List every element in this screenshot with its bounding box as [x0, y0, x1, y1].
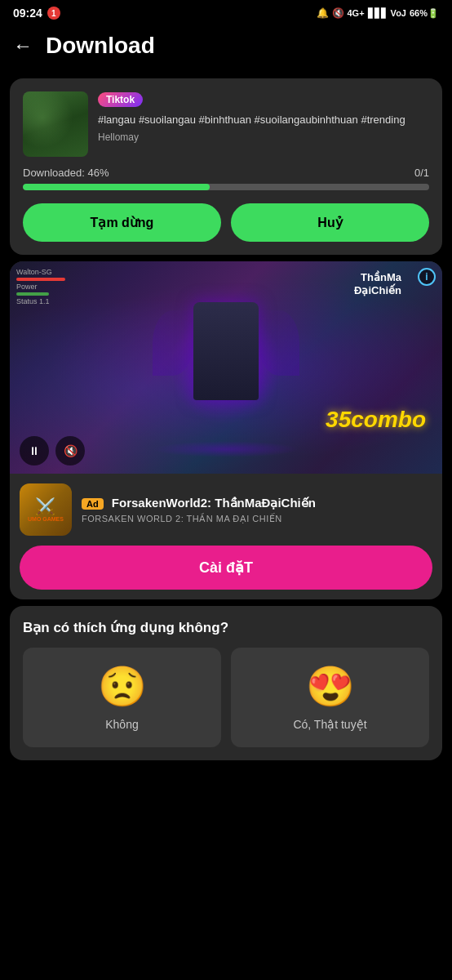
feedback-title: Bạn có thích ứng dụng không?: [23, 619, 429, 636]
status-left: 09:24 1: [13, 7, 60, 20]
game-title: Ad ForsakenWorld2: ThầnMaĐạiChiến: [82, 496, 316, 510]
ad-label: Ad: [82, 498, 104, 510]
status-bar: 09:24 1 🔔 🔇 4G+ ▋▋▋ VoJ 66%🔋: [0, 0, 452, 23]
file-count: 0/1: [414, 167, 429, 179]
feedback-card: Bạn có thích ứng dụng không? 😟 Không 😍 C…: [10, 606, 442, 760]
notification-dot: 1: [47, 7, 60, 20]
mute-status-icon: 🔇: [332, 7, 344, 19]
cancel-button[interactable]: Huỷ: [231, 203, 429, 242]
character-body: [193, 302, 259, 400]
no-label: Không: [105, 718, 138, 731]
ad-bottom: ⚔️ UMO GAMES Ad ForsakenWorld2: ThầnMaĐạ…: [10, 474, 442, 546]
combo-badge: 35combo: [326, 407, 426, 433]
page-title: Download: [46, 33, 155, 59]
ad-info-button[interactable]: i: [418, 268, 436, 286]
install-button[interactable]: Cài đặT: [20, 546, 432, 590]
status-right: 🔔 🔇 4G+ ▋▋▋ VoJ 66%🔋: [317, 7, 440, 19]
progress-bar-background: [23, 184, 429, 190]
game-thumbnail: ⚔️ UMO GAMES: [20, 483, 72, 536]
meta-info: Tiktok #langau #suoilangau #binhthuan #s…: [98, 91, 429, 157]
game-video: Walton-SG Power Status 1.1 ThầnMa ĐạiChi…: [10, 261, 442, 474]
battery-icon: 66%🔋: [410, 8, 439, 19]
lte-icon: VoJ: [391, 8, 406, 18]
yes-emoji: 😍: [306, 664, 355, 710]
tiktok-badge: Tiktok: [98, 91, 429, 112]
author: Hellomay: [98, 131, 429, 143]
ad-text-info: Ad ForsakenWorld2: ThầnMaĐạiChiến FORSAK…: [82, 496, 316, 524]
video-controls: ⏸ 🔇: [20, 436, 85, 466]
downloaded-percent: Downloaded: 46%: [23, 167, 109, 179]
ad-card: i Walton-SG Power Status 1.1 ThầnMa ĐạiC: [10, 261, 442, 599]
action-buttons: Tạm dừng Huỷ: [23, 203, 429, 242]
hashtags: #langau #suoilangau #binhthuan #suoilang…: [98, 112, 429, 128]
media-info: Tiktok #langau #suoilangau #binhthuan #s…: [23, 91, 429, 157]
feedback-options: 😟 Không 😍 Có, Thật tuyệt: [23, 648, 429, 747]
progress-bar-fill: [23, 184, 210, 190]
mute-button[interactable]: 🔇: [55, 436, 85, 466]
pause-button[interactable]: Tạm dừng: [23, 203, 221, 242]
video-thumbnail: [23, 91, 88, 157]
download-card: Tiktok #langau #suoilangau #binhthuan #s…: [10, 78, 442, 255]
pause-video-button[interactable]: ⏸: [20, 436, 49, 466]
signal-icon: ▋▋▋: [368, 8, 388, 19]
status-icons: 🔔: [317, 7, 329, 19]
back-button[interactable]: ←: [13, 34, 33, 57]
time: 09:24: [13, 7, 42, 20]
game-subtitle: FORSAKEN WORLD 2: THẦN MA ĐẠI CHIẾN: [82, 514, 316, 524]
header: ← Download: [0, 23, 452, 72]
no-emoji: 😟: [98, 664, 147, 710]
download-status: Downloaded: 46% 0/1: [23, 167, 429, 179]
yes-label: Có, Thật tuyệt: [293, 718, 366, 731]
feedback-no-option[interactable]: 😟 Không: [23, 648, 221, 747]
feedback-yes-option[interactable]: 😍 Có, Thật tuyệt: [231, 648, 429, 747]
network-icon: 4G+: [348, 8, 365, 18]
